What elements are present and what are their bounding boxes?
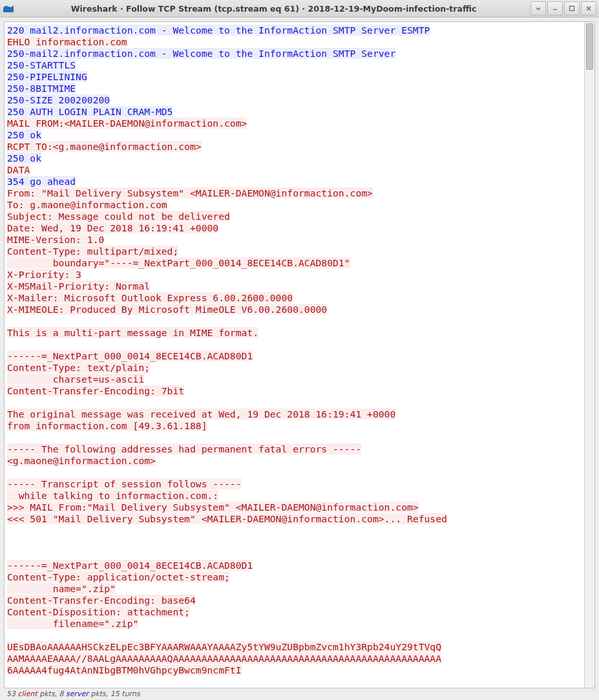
client-line[interactable]: To: g.maone@informaction.com: [7, 199, 167, 210]
minimize-button[interactable]: [531, 1, 546, 16]
client-line[interactable]: Content-Disposition: attachment;: [7, 606, 190, 617]
server-line[interactable]: 250-mail2.informaction.com - Welcome to …: [7, 48, 395, 59]
client-line[interactable]: boundary="----=_NextPart_000_0014_8ECE14…: [7, 257, 350, 268]
client-line[interactable]: <g.maone@informaction.com>: [7, 455, 156, 466]
server-line[interactable]: 250-SIZE 200200200: [7, 94, 110, 105]
client-line[interactable]: EHLO informaction.com: [7, 36, 127, 47]
server-line[interactable]: 250 ok: [7, 153, 41, 164]
client-line[interactable]: charset=us-ascii: [7, 374, 144, 385]
client-line[interactable]: AAMAAAAEAAAA//8AALgAAAAAAAAAQAAAAAAAAAAA…: [7, 653, 441, 664]
client-line[interactable]: >>> MAIL From:"Mail Delivery Subsystem" …: [7, 502, 419, 513]
client-line[interactable]: X-MIMEOLE: Produced By Microsoft MimeOLE…: [7, 304, 327, 315]
window-controls: [529, 1, 596, 16]
client-line[interactable]: DATA: [7, 164, 30, 175]
client-line[interactable]: Content-Type: multipart/mixed;: [7, 246, 178, 257]
client-line[interactable]: MIME-Version: 1.0: [7, 234, 104, 245]
status-server-pkts: 8: [59, 690, 64, 698]
titlebar[interactable]: Wireshark · Follow TCP Stream (tcp.strea…: [0, 0, 599, 17]
client-line[interactable]: name=".zip": [7, 583, 116, 594]
client-line[interactable]: Content-Type: application/octet-stream;: [7, 571, 230, 582]
server-line[interactable]: 354 go ahead: [7, 176, 76, 187]
status-server-label: server: [66, 690, 89, 698]
client-line[interactable]: This is a multi-part message in MIME for…: [7, 327, 258, 338]
client-line[interactable]: Date: Wed, 19 Dec 2018 16:19:41 +0000: [7, 222, 218, 233]
svg-rect-1: [570, 6, 574, 11]
client-line[interactable]: <<< 501 "Mail Delivery Subsystem" <MAILE…: [7, 513, 447, 524]
client-line[interactable]: From: "Mail Delivery Subsystem" <MAILER-…: [7, 187, 373, 198]
server-line[interactable]: 250-PIPELINING: [7, 71, 87, 82]
status-bar: 53 client pkts, 8 server pkts, 15 turns: [4, 688, 595, 700]
client-line[interactable]: while talking to informaction.com.:: [7, 490, 218, 501]
client-line[interactable]: Subject: Message could not be delivered: [7, 211, 230, 222]
server-line[interactable]: 250 AUTH LOGIN PLAIN CRAM-MD5: [7, 106, 173, 117]
client-line[interactable]: X-MSMail-Priority: Normal: [7, 281, 150, 292]
client-line[interactable]: 6AAAAA4fug4AtAnNIbgBTM0hVGhpcyBwcm9ncmFt…: [7, 664, 242, 675]
client-line[interactable]: ----- The following addresses had perman…: [7, 443, 361, 454]
client-line[interactable]: filename=".zip": [7, 618, 138, 629]
client-line[interactable]: MAIL FROM:<MAILER-DAEMON@informaction.co…: [7, 118, 247, 129]
vertical-scrollbar[interactable]: [584, 22, 594, 688]
client-line[interactable]: Content-Transfer-Encoding: base64: [7, 595, 196, 606]
client-line[interactable]: ----- Transcript of session follows ----…: [7, 478, 242, 489]
app-window: Wireshark · Follow TCP Stream (tcp.strea…: [0, 0, 599, 700]
client-line[interactable]: from informaction.com [49.3.61.188]: [7, 420, 207, 431]
close-button[interactable]: [581, 1, 596, 16]
window-title: Wireshark · Follow TCP Stream (tcp.strea…: [18, 4, 529, 14]
status-client-label: client: [18, 690, 37, 698]
client-line[interactable]: Content-Type: text/plain;: [7, 362, 150, 373]
client-line[interactable]: ------=_NextPart_000_0014_8ECE14CB.ACAD8…: [7, 350, 253, 361]
client-line[interactable]: The original message was received at Wed…: [7, 408, 395, 419]
server-line[interactable]: 250-8BITMIME: [7, 83, 76, 94]
client-area: 220 mail2.informaction.com - Welcome to …: [0, 17, 599, 700]
client-line[interactable]: Content-Transfer-Encoding: 7bit: [7, 385, 184, 396]
client-line[interactable]: ------=_NextPart_000_0014_8ECE14CB.ACAD8…: [7, 560, 253, 571]
client-line[interactable]: X-Priority: 3: [7, 269, 81, 280]
svg-rect-0: [553, 9, 557, 10]
wireshark-icon: [3, 3, 14, 14]
client-line[interactable]: X-Mailer: Microsoft Outlook Express 6.00…: [7, 292, 293, 303]
scroll-thumb[interactable]: [586, 23, 593, 70]
server-line[interactable]: 220 mail2.informaction.com - Welcome to …: [7, 25, 430, 36]
server-line[interactable]: 250-STARTTLS: [7, 59, 76, 70]
maximize-button[interactable]: [564, 1, 580, 16]
client-line[interactable]: RCPT TO:<g.maone@informaction.com>: [7, 141, 202, 152]
status-client-pkts: 53: [6, 690, 16, 698]
stream-text-box: 220 mail2.informaction.com - Welcome to …: [4, 21, 595, 688]
stream-content[interactable]: 220 mail2.informaction.com - Welcome to …: [5, 22, 584, 688]
server-line[interactable]: 250 ok: [7, 129, 41, 140]
client-line[interactable]: UEsDBAoAAAAAAHSCkzELpEc3BFYAAARWAAAYAAAA…: [7, 641, 441, 652]
restore-down-button[interactable]: [547, 1, 563, 16]
status-turns: 15 turns: [110, 690, 140, 698]
